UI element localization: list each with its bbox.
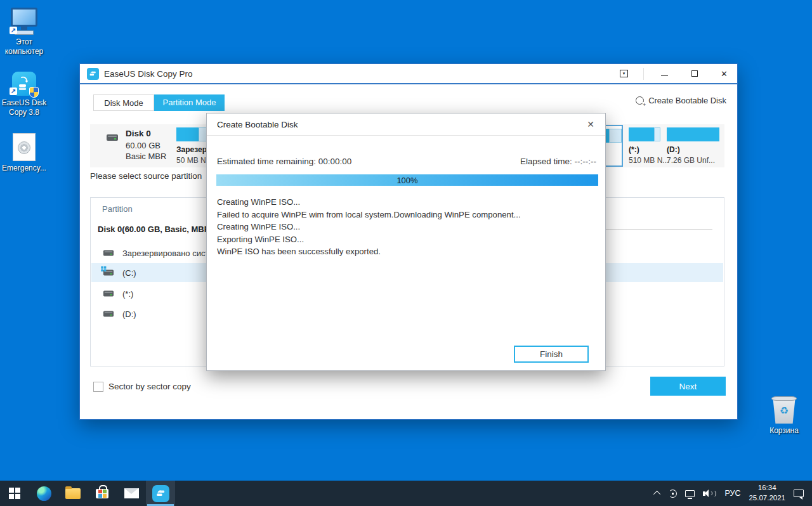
shortcut-arrow-icon: ↗ bbox=[10, 88, 17, 95]
disk-size: 60.00 GB bbox=[126, 141, 160, 150]
log-line: Creating WinPE ISO... bbox=[217, 196, 595, 209]
clock-date: 25.07.2021 bbox=[749, 493, 785, 503]
elapsed-time-label: Elapsed time: --:--:-- bbox=[520, 157, 596, 166]
operation-log: Creating WinPE ISO... Failed to acquire … bbox=[217, 196, 595, 258]
mail-icon bbox=[124, 488, 139, 498]
window-menu-icon: ▾ bbox=[620, 70, 628, 77]
microsoft-store-button[interactable] bbox=[88, 481, 117, 506]
log-line: WinPE ISO has been successfully exported… bbox=[217, 245, 595, 258]
close-icon: ✕ bbox=[721, 69, 728, 79]
sector-by-sector-checkbox[interactable] bbox=[93, 382, 103, 392]
partition-bar-system-reserved[interactable] bbox=[176, 127, 210, 141]
hard-disk-icon bbox=[107, 134, 118, 141]
app-icon bbox=[87, 68, 99, 80]
disk-name: Disk 0 bbox=[126, 129, 151, 138]
tab-partition-mode[interactable]: Partition Mode bbox=[154, 94, 225, 111]
clock-time: 16:34 bbox=[749, 483, 785, 493]
uac-shield-icon bbox=[29, 87, 39, 98]
taskbar: РУС 16:34 25.07.2021 bbox=[0, 481, 812, 506]
easeus-taskbar-button[interactable] bbox=[146, 481, 175, 506]
system-tray: РУС 16:34 25.07.2021 bbox=[655, 483, 812, 503]
store-icon bbox=[96, 489, 108, 498]
create-disk-icon bbox=[636, 96, 644, 105]
partition-bar-star[interactable] bbox=[629, 127, 660, 141]
dialog-titlebar: Create Bootable Disk ✕ bbox=[207, 114, 605, 136]
start-button[interactable] bbox=[0, 481, 29, 506]
update-pending-icon[interactable] bbox=[669, 490, 677, 498]
disk-type: Basic MBR bbox=[126, 152, 166, 161]
select-source-hint: Please select source partition bbox=[90, 171, 202, 181]
mail-button[interactable] bbox=[117, 481, 146, 506]
desktop-icon-label: EaseUS Disk Copy 3.8 bbox=[0, 98, 48, 117]
next-button[interactable]: Next bbox=[650, 377, 726, 396]
create-bootable-disk-link[interactable]: Create Bootable Disk bbox=[636, 96, 726, 105]
system-disk-icon bbox=[103, 270, 114, 276]
log-line: Creating WinPE ISO... bbox=[217, 221, 595, 233]
iso-file-icon bbox=[9, 133, 39, 161]
partition-bar-d[interactable] bbox=[667, 127, 719, 141]
dialog-close-button[interactable]: ✕ bbox=[585, 119, 596, 129]
tab-disk-mode[interactable]: Disk Mode bbox=[93, 94, 154, 111]
log-line: Exporting WinPE ISO... bbox=[217, 233, 595, 246]
taskbar-clock[interactable]: 16:34 25.07.2021 bbox=[749, 483, 785, 503]
window-title: EaseUS Disk Copy Pro bbox=[104, 69, 193, 79]
hard-disk-icon bbox=[103, 291, 114, 297]
close-button[interactable]: ✕ bbox=[710, 64, 738, 83]
desktop-icon-label: Корзина bbox=[760, 426, 808, 436]
dialog-title: Create Bootable Disk bbox=[217, 120, 298, 129]
shortcut-arrow-icon: ↗ bbox=[10, 27, 17, 34]
create-bootable-disk-dialog: Create Bootable Disk ✕ Estimated time re… bbox=[206, 113, 606, 371]
edge-icon bbox=[37, 486, 51, 501]
estimated-time-label: Estimated time remaining: 00:00:00 bbox=[217, 157, 351, 166]
desktop-icon-this-pc[interactable]: ↗ Этот компьютер bbox=[0, 8, 48, 56]
edge-browser-button[interactable] bbox=[29, 481, 58, 506]
maximize-button[interactable] bbox=[680, 64, 709, 83]
desktop-icon-recycle-bin[interactable]: ♻ Корзина bbox=[760, 398, 808, 436]
easeus-disk-copy-icon: ↗ bbox=[9, 72, 39, 96]
volume-icon[interactable] bbox=[703, 490, 716, 497]
time-status-row: Estimated time remaining: 00:00:00 Elaps… bbox=[217, 157, 596, 166]
language-indicator[interactable]: РУС bbox=[724, 489, 740, 498]
progress-percent: 100% bbox=[396, 176, 417, 185]
close-icon: ✕ bbox=[587, 119, 594, 129]
desktop-icon-emergency-iso[interactable]: Emergency... bbox=[0, 133, 48, 173]
window-menu-button[interactable]: ▾ bbox=[610, 64, 638, 83]
hard-disk-icon bbox=[103, 250, 114, 256]
hidden-icons-chevron[interactable] bbox=[653, 491, 660, 498]
this-pc-icon: ↗ bbox=[9, 8, 39, 35]
easeus-icon bbox=[152, 485, 169, 502]
network-icon[interactable] bbox=[685, 490, 695, 497]
partition-column-header: Partition bbox=[102, 204, 133, 214]
recycle-bin-icon: ♻ bbox=[769, 398, 799, 424]
log-line: Failed to acquire WinPE wim from local s… bbox=[217, 209, 595, 221]
desktop-icon-easeus-disk-copy[interactable]: ↗ EaseUS Disk Copy 3.8 bbox=[0, 72, 48, 117]
windows-badge-icon bbox=[101, 266, 106, 271]
window-titlebar: EaseUS Disk Copy Pro ▾ ✕ bbox=[80, 64, 737, 84]
minimize-icon bbox=[661, 75, 668, 76]
sector-by-sector-label: Sector by sector copy bbox=[108, 382, 191, 391]
action-center-icon[interactable] bbox=[794, 490, 804, 497]
file-explorer-button[interactable] bbox=[58, 481, 88, 506]
maximize-icon bbox=[691, 70, 698, 77]
progress-bar: 100% bbox=[216, 174, 598, 186]
desktop-icon-label: Emergency... bbox=[0, 164, 48, 173]
folder-icon bbox=[65, 488, 81, 499]
windows-logo-icon bbox=[9, 488, 20, 499]
hard-disk-icon bbox=[103, 311, 114, 317]
minimize-button[interactable] bbox=[650, 64, 679, 83]
finish-button[interactable]: Finish bbox=[514, 346, 589, 363]
desktop-icon-label: Этот компьютер bbox=[0, 37, 48, 56]
